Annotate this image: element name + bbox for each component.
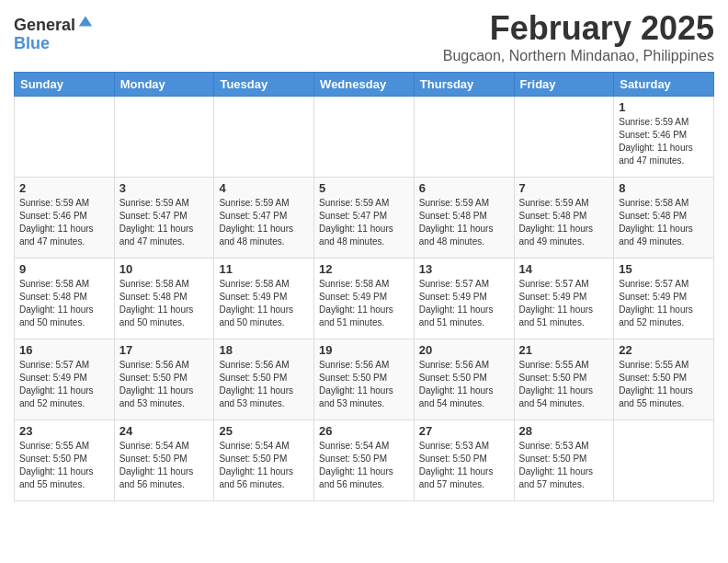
day-info: Sunrise: 5:55 AM Sunset: 5:50 PM Dayligh… <box>19 440 109 491</box>
calendar-table: SundayMondayTuesdayWednesdayThursdayFrid… <box>14 72 714 501</box>
calendar-cell: 26Sunrise: 5:54 AM Sunset: 5:50 PM Dayli… <box>314 420 415 501</box>
calendar-cell: 20Sunrise: 5:56 AM Sunset: 5:50 PM Dayli… <box>414 339 514 420</box>
day-number: 10 <box>119 262 210 276</box>
day-info: Sunrise: 5:59 AM Sunset: 5:46 PM Dayligh… <box>619 116 709 167</box>
calendar-cell: 5Sunrise: 5:59 AM Sunset: 5:47 PM Daylig… <box>314 178 415 259</box>
weekday-header: Sunday <box>15 73 115 97</box>
day-number: 26 <box>319 424 409 438</box>
weekday-header: Thursday <box>414 73 514 97</box>
day-number: 8 <box>619 181 709 195</box>
logo-general-text: General <box>14 17 75 35</box>
weekday-header: Wednesday <box>314 73 415 97</box>
location-subtitle: Bugcaon, Northern Mindanao, Philippines <box>443 48 714 64</box>
calendar-cell: 27Sunrise: 5:53 AM Sunset: 5:50 PM Dayli… <box>414 420 514 501</box>
day-info: Sunrise: 5:55 AM Sunset: 5:50 PM Dayligh… <box>519 359 609 410</box>
day-number: 1 <box>619 100 709 114</box>
calendar-cell: 21Sunrise: 5:55 AM Sunset: 5:50 PM Dayli… <box>514 339 614 420</box>
calendar-cell: 1Sunrise: 5:59 AM Sunset: 5:46 PM Daylig… <box>614 97 714 178</box>
day-info: Sunrise: 5:58 AM Sunset: 5:49 PM Dayligh… <box>319 278 409 329</box>
day-info: Sunrise: 5:58 AM Sunset: 5:48 PM Dayligh… <box>119 278 210 329</box>
calendar-week-row: 1Sunrise: 5:59 AM Sunset: 5:46 PM Daylig… <box>15 97 714 178</box>
month-title: February 2025 <box>443 9 714 48</box>
calendar-cell <box>614 420 714 501</box>
calendar-cell: 3Sunrise: 5:59 AM Sunset: 5:47 PM Daylig… <box>114 178 214 259</box>
calendar-week-row: 9Sunrise: 5:58 AM Sunset: 5:48 PM Daylig… <box>15 259 714 339</box>
calendar-week-row: 23Sunrise: 5:55 AM Sunset: 5:50 PM Dayli… <box>15 420 714 501</box>
day-number: 7 <box>519 181 609 195</box>
calendar-cell: 2Sunrise: 5:59 AM Sunset: 5:46 PM Daylig… <box>15 178 115 259</box>
calendar-cell: 4Sunrise: 5:59 AM Sunset: 5:47 PM Daylig… <box>214 178 314 259</box>
calendar-header-row: SundayMondayTuesdayWednesdayThursdayFrid… <box>15 73 714 97</box>
weekday-header: Saturday <box>614 73 714 97</box>
day-number: 19 <box>319 343 409 357</box>
day-info: Sunrise: 5:58 AM Sunset: 5:48 PM Dayligh… <box>619 197 709 248</box>
day-number: 28 <box>519 424 609 438</box>
day-number: 15 <box>619 262 709 276</box>
calendar-cell: 7Sunrise: 5:59 AM Sunset: 5:48 PM Daylig… <box>514 178 614 259</box>
day-info: Sunrise: 5:54 AM Sunset: 5:50 PM Dayligh… <box>319 440 409 491</box>
day-info: Sunrise: 5:53 AM Sunset: 5:50 PM Dayligh… <box>519 440 609 491</box>
day-info: Sunrise: 5:56 AM Sunset: 5:50 PM Dayligh… <box>319 359 409 410</box>
day-info: Sunrise: 5:53 AM Sunset: 5:50 PM Dayligh… <box>419 440 509 491</box>
day-info: Sunrise: 5:58 AM Sunset: 5:49 PM Dayligh… <box>219 278 309 329</box>
day-number: 6 <box>419 181 509 195</box>
calendar-cell <box>15 97 115 178</box>
logo: General Blue <box>14 17 94 53</box>
day-info: Sunrise: 5:56 AM Sunset: 5:50 PM Dayligh… <box>419 359 509 410</box>
calendar-cell: 16Sunrise: 5:57 AM Sunset: 5:49 PM Dayli… <box>15 339 115 420</box>
calendar-cell: 11Sunrise: 5:58 AM Sunset: 5:49 PM Dayli… <box>214 259 314 339</box>
day-number: 27 <box>419 424 509 438</box>
calendar-cell: 18Sunrise: 5:56 AM Sunset: 5:50 PM Dayli… <box>214 339 314 420</box>
calendar-cell: 23Sunrise: 5:55 AM Sunset: 5:50 PM Dayli… <box>15 420 115 501</box>
day-number: 16 <box>19 343 109 357</box>
calendar-cell: 15Sunrise: 5:57 AM Sunset: 5:49 PM Dayli… <box>614 259 714 339</box>
day-info: Sunrise: 5:55 AM Sunset: 5:50 PM Dayligh… <box>619 359 709 410</box>
day-number: 3 <box>119 181 210 195</box>
day-number: 18 <box>219 343 309 357</box>
day-info: Sunrise: 5:56 AM Sunset: 5:50 PM Dayligh… <box>119 359 210 410</box>
calendar-cell <box>414 97 514 178</box>
calendar-week-row: 2Sunrise: 5:59 AM Sunset: 5:46 PM Daylig… <box>15 178 714 259</box>
weekday-header: Friday <box>514 73 614 97</box>
day-number: 20 <box>419 343 509 357</box>
day-info: Sunrise: 5:54 AM Sunset: 5:50 PM Dayligh… <box>119 440 210 491</box>
calendar-cell: 24Sunrise: 5:54 AM Sunset: 5:50 PM Dayli… <box>114 420 214 501</box>
day-info: Sunrise: 5:56 AM Sunset: 5:50 PM Dayligh… <box>219 359 309 410</box>
day-number: 12 <box>319 262 409 276</box>
calendar-cell: 12Sunrise: 5:58 AM Sunset: 5:49 PM Dayli… <box>314 259 415 339</box>
calendar-cell <box>214 97 314 178</box>
day-info: Sunrise: 5:59 AM Sunset: 5:48 PM Dayligh… <box>419 197 509 248</box>
day-info: Sunrise: 5:57 AM Sunset: 5:49 PM Dayligh… <box>419 278 509 329</box>
calendar-cell: 9Sunrise: 5:58 AM Sunset: 5:48 PM Daylig… <box>15 259 115 339</box>
logo-blue-text: Blue <box>14 35 94 53</box>
title-block: February 2025 Bugcaon, Northern Mindanao… <box>443 9 714 64</box>
day-info: Sunrise: 5:59 AM Sunset: 5:47 PM Dayligh… <box>219 197 309 248</box>
calendar-week-row: 16Sunrise: 5:57 AM Sunset: 5:49 PM Dayli… <box>15 339 714 420</box>
day-info: Sunrise: 5:54 AM Sunset: 5:50 PM Dayligh… <box>219 440 309 491</box>
day-number: 21 <box>519 343 609 357</box>
day-info: Sunrise: 5:59 AM Sunset: 5:47 PM Dayligh… <box>119 197 210 248</box>
calendar-cell: 19Sunrise: 5:56 AM Sunset: 5:50 PM Dayli… <box>314 339 415 420</box>
day-number: 14 <box>519 262 609 276</box>
day-number: 11 <box>219 262 309 276</box>
weekday-header: Monday <box>114 73 214 97</box>
calendar-cell <box>514 97 614 178</box>
day-info: Sunrise: 5:59 AM Sunset: 5:47 PM Dayligh… <box>319 197 409 248</box>
calendar-cell: 17Sunrise: 5:56 AM Sunset: 5:50 PM Dayli… <box>114 339 214 420</box>
day-number: 17 <box>119 343 210 357</box>
day-number: 25 <box>219 424 309 438</box>
calendar-cell: 28Sunrise: 5:53 AM Sunset: 5:50 PM Dayli… <box>514 420 614 501</box>
calendar-cell: 14Sunrise: 5:57 AM Sunset: 5:49 PM Dayli… <box>514 259 614 339</box>
calendar-cell: 13Sunrise: 5:57 AM Sunset: 5:49 PM Dayli… <box>414 259 514 339</box>
calendar-cell: 22Sunrise: 5:55 AM Sunset: 5:50 PM Dayli… <box>614 339 714 420</box>
day-info: Sunrise: 5:59 AM Sunset: 5:46 PM Dayligh… <box>19 197 109 248</box>
logo-icon <box>77 13 94 29</box>
calendar-cell <box>314 97 415 178</box>
day-number: 24 <box>119 424 210 438</box>
day-info: Sunrise: 5:57 AM Sunset: 5:49 PM Dayligh… <box>619 278 709 329</box>
day-info: Sunrise: 5:57 AM Sunset: 5:49 PM Dayligh… <box>519 278 609 329</box>
day-info: Sunrise: 5:57 AM Sunset: 5:49 PM Dayligh… <box>19 359 109 410</box>
page-header: General Blue February 2025 Bugcaon, Nort… <box>14 9 714 64</box>
day-number: 22 <box>619 343 709 357</box>
day-number: 13 <box>419 262 509 276</box>
